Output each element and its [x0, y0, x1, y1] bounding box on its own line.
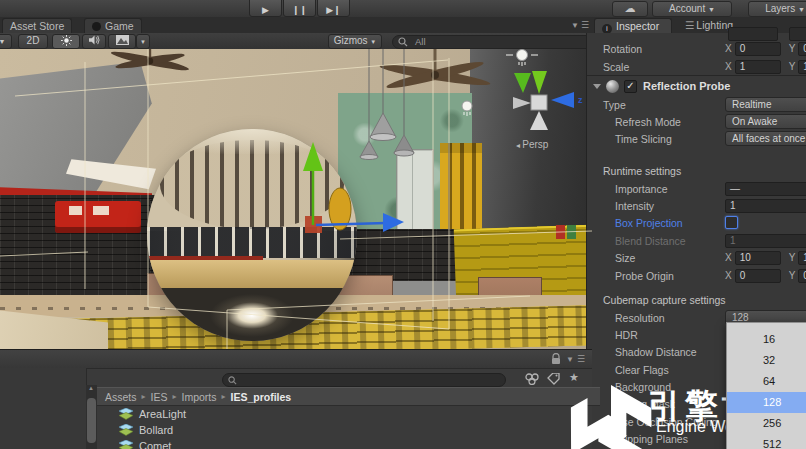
- rotation-x-field[interactable]: 0: [735, 42, 781, 56]
- cloud-button[interactable]: ☁: [612, 1, 648, 17]
- chevron-down-icon: ▼: [370, 39, 376, 45]
- resolution-option[interactable]: 32: [727, 350, 806, 371]
- pause-icon: ❙❙: [292, 5, 307, 15]
- box-projection-row: Box Projection: [587, 214, 806, 231]
- breadcrumb-assets[interactable]: Assets: [105, 391, 137, 403]
- layers-label: Layers: [765, 3, 795, 14]
- scrollbar-thumb[interactable]: [87, 398, 96, 443]
- sphere-top-glare: [147, 129, 357, 154]
- speaker-icon: [89, 35, 100, 45]
- resolution-option[interactable]: 16: [727, 329, 806, 350]
- list-item[interactable]: AreaLight: [97, 406, 592, 422]
- pause-button[interactable]: ❙❙: [283, 0, 316, 17]
- type-dropdown[interactable]: Realtime: [725, 97, 806, 112]
- size-x-field[interactable]: 10: [735, 251, 781, 265]
- persp-label[interactable]: Persp: [516, 139, 548, 150]
- scene-view[interactable]: Persp z: [0, 49, 592, 349]
- type-row: Type Realtime: [587, 96, 806, 113]
- draw-mode-dropdown[interactable]: ▼: [0, 34, 12, 49]
- scene-door: [396, 149, 434, 233]
- reflection-probe-header[interactable]: ✓ Reflection Probe: [587, 77, 806, 95]
- chevron-down-icon: ▼: [140, 39, 146, 45]
- origin-y-field[interactable]: 0: [798, 269, 806, 283]
- asset-labels-icon[interactable]: [524, 373, 540, 385]
- gizmos-dropdown[interactable]: Gizmos ▼: [328, 34, 382, 49]
- project-search-input[interactable]: [222, 373, 506, 387]
- unity-editor-window: ▶ ❙❙ ▶❙ ☁ Account ▼ Layers ▼ Asset Store…: [0, 0, 806, 449]
- intensity-row: Intensity 1: [587, 197, 806, 214]
- refresh-mode-label: Refresh Mode: [615, 116, 681, 128]
- search-icon: [228, 376, 237, 385]
- x-axis-label: X: [725, 43, 732, 54]
- x-axis-label: X: [725, 61, 732, 72]
- scene-pane-dropdown-icon[interactable]: ▼: [571, 21, 579, 30]
- breadcrumb-imports[interactable]: Imports: [181, 391, 216, 403]
- box-projection-checkbox[interactable]: [725, 216, 738, 229]
- divider: [587, 75, 806, 76]
- time-slicing-dropdown[interactable]: All faces at once: [725, 131, 806, 146]
- layers-dropdown[interactable]: Layers ▼: [748, 1, 806, 17]
- runtime-settings-label: Runtime settings: [603, 165, 681, 177]
- tab-game[interactable]: Game: [84, 18, 142, 34]
- origin-x-field[interactable]: 0: [735, 269, 781, 283]
- reflection-probe-icon: [606, 80, 619, 93]
- tag-icon[interactable]: [547, 373, 560, 385]
- main-toolbar: ▶ ❙❙ ▶❙ ☁ Account ▼ Layers ▼: [0, 0, 806, 18]
- shadow-distance-label: Shadow Distance: [615, 346, 697, 358]
- importance-field[interactable]: —: [725, 182, 806, 196]
- effects-dropdown[interactable]: ▼: [136, 34, 150, 49]
- refresh-mode-dropdown[interactable]: On Awake: [725, 114, 806, 129]
- sphere-window-band: [147, 227, 357, 259]
- probe-origin-row: Probe Origin X 0 Y 0: [587, 267, 806, 284]
- rotation-y-field[interactable]: 0: [798, 42, 806, 56]
- 2d-toggle[interactable]: 2D: [18, 34, 48, 49]
- reflection-probe-sphere[interactable]: [147, 129, 357, 341]
- lighting-toggle[interactable]: [52, 34, 80, 49]
- resolution-option-selected[interactable]: 128: [727, 392, 806, 413]
- rotation-label: Rotation: [603, 43, 642, 55]
- component-enabled-checkbox[interactable]: ✓: [624, 80, 637, 93]
- breadcrumb-ies-profiles[interactable]: IES_profiles: [231, 391, 292, 403]
- resolution-option[interactable]: 64: [727, 371, 806, 392]
- type-label: Type: [603, 99, 626, 111]
- asset-label: Comet: [139, 440, 171, 449]
- breadcrumb: Assets ▸ IES ▸ Imports ▸ IES_profiles: [97, 387, 600, 406]
- x-axis-label: X: [725, 270, 732, 281]
- scroll-up-icon[interactable]: ▲: [88, 385, 94, 391]
- y-axis-label: Y: [789, 270, 796, 281]
- tab-asset-store[interactable]: Asset Store: [2, 18, 72, 34]
- favorites-star-icon[interactable]: ★: [569, 371, 579, 384]
- project-scrollbar[interactable]: ▲: [86, 385, 97, 449]
- clear-flags-label: Clear Flags: [615, 364, 669, 376]
- resolution-popup: 16 32 64 128 256 512: [726, 322, 806, 449]
- importance-row: Importance —: [587, 180, 806, 197]
- size-y-field[interactable]: 1: [798, 251, 806, 265]
- effects-toggle[interactable]: [108, 34, 136, 49]
- scene-red-panel: [556, 225, 565, 239]
- scale-x-field[interactable]: 1: [735, 60, 781, 74]
- lock-icon[interactable]: [551, 353, 561, 365]
- cubemap-settings-label: Cubemap capture settings: [603, 294, 726, 306]
- resolution-option[interactable]: 512: [727, 434, 806, 449]
- breadcrumb-ies[interactable]: IES: [151, 391, 168, 403]
- asset-icon: [119, 408, 133, 420]
- foldout-icon[interactable]: [593, 84, 601, 89]
- scene-search-input[interactable]: All: [392, 35, 594, 49]
- intensity-field[interactable]: 1: [725, 199, 806, 213]
- list-item[interactable]: Bollard: [97, 422, 592, 438]
- breadcrumb-separator-icon: ▸: [142, 392, 146, 401]
- scene-search-value: All: [415, 36, 426, 47]
- step-button[interactable]: ▶❙: [317, 0, 350, 17]
- image-icon: [116, 35, 129, 45]
- sphere-floor-band: [147, 260, 357, 290]
- list-item[interactable]: Comet: [97, 438, 592, 449]
- project-pane-menu-icon[interactable]: ☰: [577, 354, 585, 364]
- resolution-option[interactable]: 256: [727, 413, 806, 434]
- project-folder-column[interactable]: [0, 368, 87, 449]
- account-dropdown[interactable]: Account ▼: [652, 1, 732, 17]
- project-pane-dropdown-icon[interactable]: ▼: [566, 355, 574, 364]
- audio-toggle[interactable]: [82, 34, 106, 49]
- play-button[interactable]: ▶: [249, 0, 282, 17]
- scale-y-field[interactable]: 1: [798, 60, 806, 74]
- y-axis-label: Y: [789, 252, 796, 263]
